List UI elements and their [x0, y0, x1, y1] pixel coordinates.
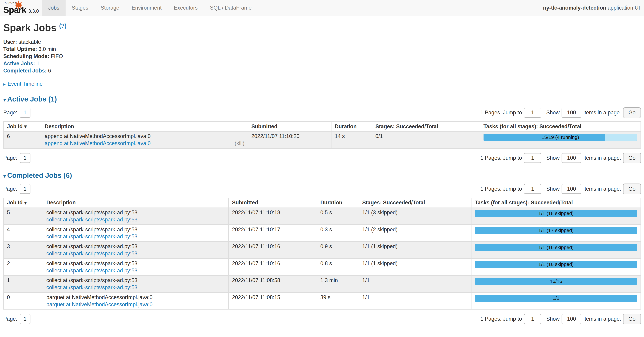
summary-completed-jobs: Completed Jobs: 6 [3, 67, 641, 74]
tasks-cell: 1/1 (18 skipped) [471, 208, 641, 225]
tasks-cell: 16/16 [471, 276, 641, 293]
stages-cell: 1/1 (1 skipped) [359, 259, 471, 276]
header-job-id[interactable]: Job Id ▾ [4, 121, 41, 131]
submitted-cell: 2022/11/07 11:08:15 [228, 293, 317, 310]
tasks-progress-bar: 1/1 (16 skipped) [475, 261, 637, 268]
tasks-cell: 1/1 (16 skipped) [471, 242, 641, 259]
tab-executors[interactable]: Executors [168, 0, 204, 16]
page-size-input[interactable] [562, 153, 581, 163]
pagination-bar-completed-bottom: Page: 1 Pages. Jump to . Show items in a… [3, 314, 641, 324]
tab-stages[interactable]: Stages [66, 0, 94, 16]
duration-cell: 1.3 min [317, 276, 359, 293]
job-id-cell: 3 [4, 242, 43, 259]
table-row: 6 append at NativeMethodAccessorImpl.jav… [4, 131, 641, 148]
go-button[interactable]: Go [623, 107, 641, 118]
summary-scheduling-mode: Scheduling Mode: FIFO [3, 53, 641, 60]
progress-label: 1/1 (17 skipped) [475, 227, 637, 234]
header-duration[interactable]: Duration [331, 121, 372, 131]
tasks-progress-bar: 1/1 [475, 295, 637, 302]
page-input[interactable] [20, 184, 30, 194]
go-button[interactable]: Go [623, 184, 641, 194]
submitted-cell: 2022/11/07 11:10:16 [228, 242, 317, 259]
job-summary: User: stackable Total Uptime: 3.0 min Sc… [3, 38, 641, 74]
tab-jobs[interactable]: Jobs [42, 0, 66, 16]
tasks-progress-bar: 16/16 [475, 278, 637, 285]
job-description-link[interactable]: collect at /spark-scripts/spark-ad.py:53 [46, 233, 138, 240]
header-submitted[interactable]: Submitted [248, 121, 331, 131]
job-id-cell: 2 [4, 259, 43, 276]
job-description-cell: collect at /spark-scripts/spark-ad.py:53… [43, 259, 229, 276]
job-id-cell: 4 [4, 225, 43, 242]
stages-cell: 0/1 [372, 131, 480, 148]
job-description-text: collect at /spark-scripts/spark-ad.py:53 [46, 277, 225, 284]
completed-jobs-section-header[interactable]: ▾Completed Jobs (6) [3, 172, 641, 180]
top-navbar: APACHE Spark 3.3.0 Jobs Stages Storage E… [0, 0, 644, 16]
job-description-link[interactable]: append at NativeMethodAccessorImpl.java:… [45, 140, 150, 146]
completed-jobs-link[interactable]: Completed Jobs: [3, 68, 46, 74]
tab-storage[interactable]: Storage [94, 0, 126, 16]
table-header-row: Job Id ▾ Description Submitted Duration … [4, 121, 641, 131]
progress-label: 15/19 (4 running) [484, 134, 637, 141]
table-row: 5 collect at /spark-scripts/spark-ad.py:… [4, 208, 641, 225]
header-description[interactable]: Description [43, 198, 229, 208]
go-button[interactable]: Go [623, 153, 641, 163]
table-row: 4 collect at /spark-scripts/spark-ad.py:… [4, 225, 641, 242]
application-info: ny-tlc-anomaly-detection application UI [543, 5, 644, 11]
header-tasks[interactable]: Tasks (for all stages): Succeeded/Total [480, 121, 641, 131]
job-description-cell: collect at /spark-scripts/spark-ad.py:53… [43, 276, 229, 293]
job-description-link[interactable]: collect at /spark-scripts/spark-ad.py:53 [46, 217, 138, 223]
show-text: . Show [543, 109, 560, 116]
spark-logo: APACHE Spark 3.3.0 [0, 0, 42, 16]
pagination-bar-active-top: Page: 1 Pages. Jump to . Show items in a… [3, 107, 641, 118]
kill-job-link[interactable]: (kill) [234, 140, 244, 146]
summary-user: User: stackable [3, 38, 641, 45]
job-description-text: append at NativeMethodAccessorImpl.java:… [45, 133, 244, 139]
page-input[interactable] [20, 108, 30, 118]
help-link[interactable]: (?) [59, 22, 66, 29]
header-stages[interactable]: Stages: Succeeded/Total [359, 198, 471, 208]
completed-jobs-table: Job Id ▾ Description Submitted Duration … [3, 198, 641, 310]
page-size-input[interactable] [562, 314, 581, 324]
event-timeline-toggle[interactable]: ▸Event Timeline [3, 81, 641, 87]
collapse-arrow-icon: ▸ [3, 81, 6, 87]
pages-jump-text: 1 Pages. Jump to [480, 109, 522, 116]
jump-to-input[interactable] [524, 314, 541, 324]
submitted-cell: 2022/11/07 11:08:58 [228, 276, 317, 293]
duration-cell: 14 s [331, 131, 372, 148]
header-stages[interactable]: Stages: Succeeded/Total [372, 121, 480, 131]
jump-to-input[interactable] [524, 184, 541, 194]
job-id-cell: 0 [4, 293, 43, 310]
tasks-progress-bar: 1/1 (18 skipped) [475, 210, 637, 217]
main-content: Spark Jobs (?) User: stackable Total Upt… [0, 22, 644, 330]
progress-label: 16/16 [475, 278, 637, 285]
page-label: Page: [3, 316, 17, 322]
stages-cell: 1/1 (1 skipped) [359, 242, 471, 259]
job-description-link[interactable]: collect at /spark-scripts/spark-ad.py:53 [46, 268, 138, 274]
submitted-cell: 2022/11/07 11:10:18 [228, 208, 317, 225]
tab-environment[interactable]: Environment [126, 0, 168, 16]
header-description[interactable]: Description [41, 121, 248, 131]
job-description-link[interactable]: parquet at NativeMethodAccessorImpl.java… [46, 301, 153, 308]
page-size-input[interactable] [562, 184, 581, 194]
job-description-link[interactable]: collect at /spark-scripts/spark-ad.py:53 [46, 284, 138, 291]
header-duration[interactable]: Duration [317, 198, 359, 208]
active-jobs-link[interactable]: Active Jobs: [3, 60, 35, 66]
table-header-row: Job Id ▾ Description Submitted Duration … [4, 198, 641, 208]
page-input[interactable] [20, 153, 30, 163]
header-tasks[interactable]: Tasks (for all stages): Succeeded/Total [471, 198, 641, 208]
header-submitted[interactable]: Submitted [228, 198, 317, 208]
page-size-input[interactable] [562, 108, 581, 118]
tab-sql-dataframe[interactable]: SQL / DataFrame [204, 0, 258, 16]
jump-to-input[interactable] [524, 153, 541, 163]
go-button[interactable]: Go [623, 314, 641, 324]
header-job-id[interactable]: Job Id ▾ [4, 198, 43, 208]
job-id-cell: 6 [4, 131, 41, 148]
active-jobs-section-header[interactable]: ▾Active Jobs (1) [3, 95, 641, 103]
job-description-link[interactable]: collect at /spark-scripts/spark-ad.py:53 [46, 251, 138, 257]
jump-to-input[interactable] [524, 108, 541, 118]
tasks-progress-bar: 1/1 (16 skipped) [475, 244, 637, 251]
stages-cell: 1/1 (3 skipped) [359, 208, 471, 225]
job-description-text: collect at /spark-scripts/spark-ad.py:53 [46, 260, 225, 267]
page-input[interactable] [20, 314, 30, 324]
summary-active-jobs: Active Jobs: 1 [3, 60, 641, 67]
